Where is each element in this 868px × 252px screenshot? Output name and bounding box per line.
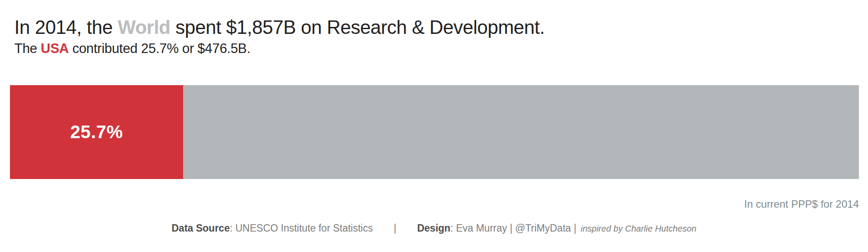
credits-footer: Data Source: UNESCO Institute for Statis… [0, 222, 868, 234]
subtitle-prefix: The [14, 41, 41, 56]
title-suffix: spent $1,857B on Research & Development. [171, 17, 545, 38]
subtitle-highlight-usa: USA [41, 41, 69, 56]
infographic-canvas: In 2014, the World spent $1,857B on Rese… [0, 0, 868, 252]
page-title: In 2014, the World spent $1,857B on Rese… [14, 17, 545, 38]
data-source-label: Data Source [171, 222, 230, 234]
rd-share-bar-chart: 25.7% [10, 85, 859, 179]
currency-footnote: In current PPP$ for 2014 [744, 198, 859, 210]
title-highlight-world: World [118, 17, 170, 38]
design-label: Design [417, 222, 450, 234]
design-value: : Eva Murray | @TriMyData | [450, 222, 576, 234]
footer-separator: | [394, 222, 396, 234]
usa-share-label: 25.7% [70, 122, 123, 143]
data-source-value: : UNESCO Institute for Statistics [230, 222, 373, 234]
inspired-credit: inspired by Charlie Hutcheson [581, 224, 697, 233]
subtitle-suffix: contributed 25.7% or $476.5B. [69, 41, 250, 56]
bar-segment-usa[interactable]: 25.7% [10, 85, 183, 179]
bar-segment-rest-of-world[interactable] [183, 85, 859, 179]
page-subtitle: The USA contributed 25.7% or $476.5B. [14, 41, 250, 56]
title-prefix: In 2014, the [14, 17, 118, 38]
